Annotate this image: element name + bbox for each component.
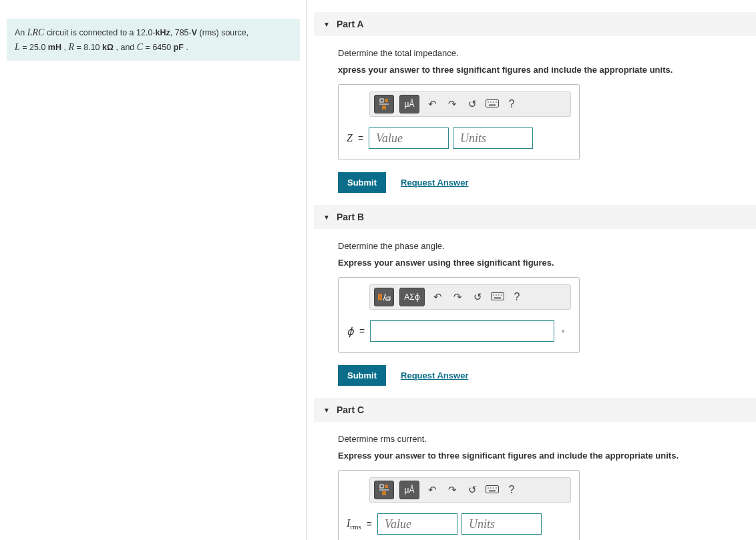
problem-statement-panel: An LRC circuit is connected to a 12.0-kH… [0, 0, 307, 540]
fraction-template-button[interactable] [374, 481, 394, 499]
units-button[interactable]: μÅ [399, 481, 419, 499]
redo-icon[interactable]: ↷ [445, 484, 459, 496]
var-l: L [15, 42, 20, 52]
svg-rect-12 [387, 297, 389, 300]
svg-point-24 [488, 487, 489, 489]
text: = 25.0 [20, 43, 48, 52]
redo-icon[interactable]: ↷ [445, 98, 459, 110]
redo-icon[interactable]: ↷ [450, 291, 465, 303]
part-a-units-input[interactable] [453, 127, 533, 149]
text: circuit is connected to a 12.0- [44, 28, 155, 37]
text: , [61, 43, 68, 52]
text: = 6450 [143, 43, 174, 52]
svg-rect-20 [385, 485, 388, 488]
svg-point-8 [496, 101, 497, 103]
text: . [184, 43, 188, 52]
equals: = [367, 519, 372, 529]
reset-icon[interactable]: ↺ [465, 484, 480, 496]
svg-point-27 [496, 487, 497, 489]
undo-icon[interactable]: ↶ [430, 291, 445, 303]
svg-rect-1 [385, 99, 388, 102]
svg-rect-13 [492, 292, 504, 300]
part-c-title: Part C [337, 404, 364, 415]
part-c-header[interactable]: ▼ Part C [314, 398, 756, 422]
text: = 8.10 [74, 43, 102, 52]
svg-rect-28 [489, 490, 496, 491]
svg-point-16 [498, 294, 500, 296]
request-answer-link[interactable]: Request Answer [401, 370, 468, 380]
svg-rect-10 [378, 294, 382, 300]
part-c-symbol: Irms [347, 517, 361, 531]
reset-icon[interactable]: ↺ [465, 98, 480, 110]
var-lrc: LRC [27, 27, 45, 37]
reset-icon[interactable]: ↺ [470, 291, 485, 303]
keyboard-icon[interactable] [485, 99, 500, 109]
part-b-prompt: Determine the phase angle. [338, 241, 756, 251]
part-c-instructions: Express your answer to three significant… [338, 451, 756, 461]
help-icon[interactable]: ? [505, 484, 518, 496]
part-b-input-row: ϕ = ∘ [347, 320, 571, 342]
part-c-toolbar: μÅ ↶ ↷ ↺ ? [369, 477, 571, 503]
request-answer-link[interactable]: Request Answer [401, 178, 468, 188]
part-b-value-input[interactable] [370, 320, 554, 342]
svg-rect-0 [380, 99, 383, 102]
part-c: ▼ Part C Determine rms current. Express … [307, 398, 756, 540]
greek-button[interactable]: ΑΣϕ [399, 288, 425, 306]
keyboard-icon[interactable] [490, 292, 505, 302]
svg-rect-2 [382, 105, 386, 109]
svg-point-6 [490, 101, 492, 103]
submit-button[interactable]: Submit [338, 365, 386, 386]
part-c-units-input[interactable] [461, 513, 542, 535]
unit-kohm: kΩ [102, 43, 114, 52]
svg-rect-4 [486, 99, 499, 107]
unit-v: V [192, 28, 197, 37]
part-a-prompt: Determine the total impedance. [338, 48, 756, 58]
part-b-toolbar: x ΑΣϕ ↶ ↷ ↺ ? [369, 284, 571, 310]
help-icon[interactable]: ? [505, 98, 518, 110]
part-b: ▼ Part B Determine the phase angle. Expr… [307, 205, 756, 386]
part-a-answer-box: μÅ ↶ ↷ ↺ ? Z = [338, 84, 580, 160]
part-a-toolbar: μÅ ↶ ↷ ↺ ? [369, 91, 571, 117]
var-c: C [137, 42, 143, 52]
svg-rect-21 [382, 491, 386, 495]
fraction-template-button[interactable] [374, 95, 394, 113]
keyboard-icon[interactable] [485, 485, 500, 495]
text: , 785- [170, 28, 192, 37]
parts-panel: ▼ Part A Determine the total impedance. … [307, 0, 756, 540]
part-b-title: Part B [337, 212, 364, 222]
part-c-answer-box: μÅ ↶ ↷ ↺ ? Irms = [338, 470, 580, 540]
part-a: ▼ Part A Determine the total impedance. … [307, 12, 756, 193]
part-b-header[interactable]: ▼ Part B [314, 205, 756, 229]
svg-rect-19 [380, 485, 383, 488]
problem-statement: An LRC circuit is connected to a 12.0-kH… [7, 19, 300, 61]
unit-khz: kHz [156, 28, 170, 37]
svg-point-15 [496, 294, 497, 296]
caret-down-icon: ▼ [323, 214, 330, 221]
part-a-title: Part A [337, 19, 364, 29]
units-button[interactable]: μÅ [399, 95, 419, 113]
submit-button[interactable]: Submit [338, 172, 386, 193]
part-a-header[interactable]: ▼ Part A [314, 12, 756, 36]
svg-rect-18 [494, 297, 501, 298]
svg-point-7 [493, 101, 494, 103]
text: , and [114, 43, 137, 52]
svg-point-5 [488, 101, 489, 103]
help-icon[interactable]: ? [510, 291, 524, 303]
text: An [15, 28, 27, 37]
unit-pf: pF [174, 43, 184, 52]
part-a-value-input[interactable] [369, 127, 449, 149]
svg-point-17 [501, 294, 502, 296]
part-b-answer-box: x ΑΣϕ ↶ ↷ ↺ ? ϕ = [338, 277, 580, 353]
part-c-prompt: Determine rms current. [338, 434, 756, 444]
part-c-value-input[interactable] [377, 513, 457, 535]
svg-point-14 [493, 294, 494, 296]
part-b-symbol: ϕ [347, 325, 354, 338]
degree-suffix: ∘ [561, 327, 566, 336]
undo-icon[interactable]: ↶ [425, 98, 439, 110]
template-button[interactable]: x [374, 288, 394, 306]
text: (rms) source, [197, 28, 248, 37]
caret-down-icon: ▼ [323, 21, 330, 28]
part-a-symbol: Z [347, 132, 353, 144]
caret-down-icon: ▼ [323, 407, 330, 414]
undo-icon[interactable]: ↶ [425, 484, 439, 496]
